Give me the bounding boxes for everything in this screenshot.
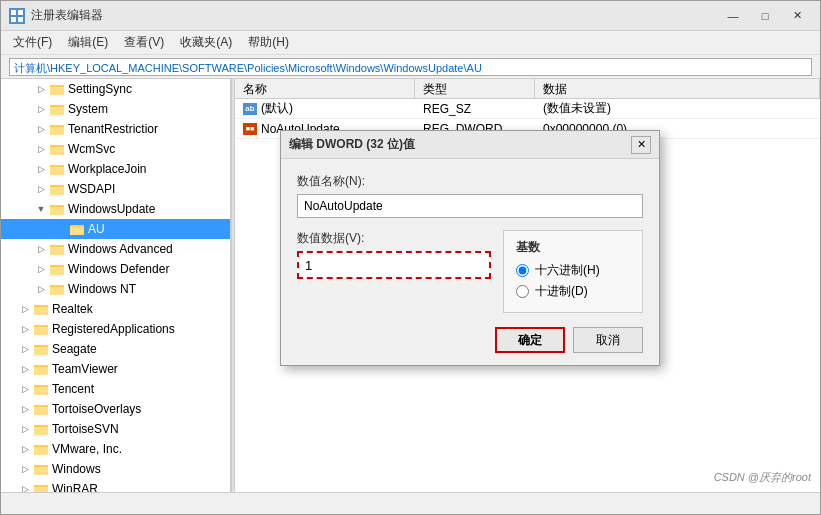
- folder-icon-seagate: [33, 342, 49, 356]
- expander-windows-defender: ▷: [33, 261, 49, 277]
- maximize-button[interactable]: □: [750, 6, 780, 26]
- tree-label-regapps: RegisteredApplications: [52, 322, 175, 336]
- radio-hex-input[interactable]: [516, 264, 529, 277]
- expander-regapps: ▷: [17, 321, 33, 337]
- address-path[interactable]: 计算机\HKEY_LOCAL_MACHINE\SOFTWARE\Policies…: [9, 58, 812, 76]
- folder-icon-windows-nt: [49, 282, 65, 296]
- table-row[interactable]: ab (默认) REG_SZ (数值未设置): [235, 99, 820, 119]
- edit-dword-dialog: 编辑 DWORD (32 位)值 ✕ 数值名称(N): 数值数据(V): 基数: [280, 130, 660, 366]
- name-input[interactable]: [297, 194, 643, 218]
- svg-rect-8: [50, 107, 64, 115]
- menu-favorites[interactable]: 收藏夹(A): [172, 32, 240, 53]
- svg-rect-24: [50, 267, 64, 275]
- tree-item-au[interactable]: AU: [1, 219, 230, 239]
- menu-edit[interactable]: 编辑(E): [60, 32, 116, 53]
- dialog-title-bar: 编辑 DWORD (32 位)值 ✕: [281, 131, 659, 159]
- watermark: CSDN @厌弃的root: [714, 470, 811, 485]
- col-header-type: 类型: [415, 79, 535, 98]
- tree-label-windows-advanced: Windows Advanced: [68, 242, 173, 256]
- expander-tortoiseoverlays: ▷: [17, 401, 33, 417]
- tree-label-windows: Windows: [52, 462, 101, 476]
- value-input[interactable]: [297, 251, 491, 279]
- folder-icon-settingsync: [49, 82, 65, 96]
- tree-scroll[interactable]: ▷ SettingSync ▷ System ▷: [1, 79, 230, 492]
- tree-item-wcmsvc[interactable]: ▷ WcmSvc: [1, 139, 230, 159]
- svg-rect-12: [50, 147, 64, 155]
- radio-dec[interactable]: 十进制(D): [516, 283, 630, 300]
- svg-rect-40: [34, 427, 48, 435]
- svg-rect-2: [11, 17, 16, 22]
- tree-item-winrar[interactable]: ▷ WinRAR: [1, 479, 230, 492]
- tree-item-windows-defender[interactable]: ▷ Windows Defender: [1, 259, 230, 279]
- tree-item-tortoisesvn[interactable]: ▷ TortoiseSVN: [1, 419, 230, 439]
- tree-item-seagate[interactable]: ▷ Seagate: [1, 339, 230, 359]
- svg-rect-34: [34, 367, 48, 375]
- tree-item-teamviewer[interactable]: ▷ TeamViewer: [1, 359, 230, 379]
- data-label: 数值数据(V):: [297, 230, 491, 247]
- tree-label-teamviewer: TeamViewer: [52, 362, 118, 376]
- svg-rect-18: [50, 207, 64, 215]
- col-header-data: 数据: [535, 79, 820, 98]
- minimize-button[interactable]: —: [718, 6, 748, 26]
- tree-item-system[interactable]: ▷ System: [1, 99, 230, 119]
- tree-item-regapps[interactable]: ▷ RegisteredApplications: [1, 319, 230, 339]
- svg-rect-0: [11, 10, 16, 15]
- expander-windows: ▷: [17, 461, 33, 477]
- expander-system: ▷: [33, 101, 49, 117]
- menu-help[interactable]: 帮助(H): [240, 32, 297, 53]
- tree-label-seagate: Seagate: [52, 342, 97, 356]
- base-group-title: 基数: [516, 239, 630, 256]
- tree-label-windows-nt: Windows NT: [68, 282, 136, 296]
- radio-dec-input[interactable]: [516, 285, 529, 298]
- dialog-close-button[interactable]: ✕: [631, 136, 651, 154]
- folder-icon-tencent: [33, 382, 49, 396]
- tree-item-tortoiseoverlays[interactable]: ▷ TortoiseOverlays: [1, 399, 230, 419]
- folder-icon-tortoisesvn: [33, 422, 49, 436]
- ok-button[interactable]: 确定: [495, 327, 565, 353]
- svg-rect-6: [50, 87, 64, 95]
- tree-label-wcmsvc: WcmSvc: [68, 142, 115, 156]
- tree-label-windowsupdate: WindowsUpdate: [68, 202, 155, 216]
- cancel-button[interactable]: 取消: [573, 327, 643, 353]
- folder-icon-wcmsvc: [49, 142, 65, 156]
- tree-item-windows-nt[interactable]: ▷ Windows NT: [1, 279, 230, 299]
- tree-label-wsdapi: WSDAPI: [68, 182, 115, 196]
- tree-item-windowsupdate[interactable]: ▼ WindowsUpdate: [1, 199, 230, 219]
- menu-file[interactable]: 文件(F): [5, 32, 60, 53]
- folder-icon-workplacejoin: [49, 162, 65, 176]
- tree-item-tencent[interactable]: ▷ Tencent: [1, 379, 230, 399]
- folder-icon-tenant: [49, 122, 65, 136]
- menu-view[interactable]: 查看(V): [116, 32, 172, 53]
- tree-label-winrar: WinRAR: [52, 482, 98, 492]
- title-bar-left: 注册表编辑器: [9, 7, 103, 24]
- tree-item-workplacejoin[interactable]: ▷ WorkplaceJoin: [1, 159, 230, 179]
- tree-item-tenant[interactable]: ▷ TenantRestrictior: [1, 119, 230, 139]
- tree-item-windows[interactable]: ▷ Windows: [1, 459, 230, 479]
- status-bar: [1, 492, 820, 514]
- tree-item-windows-advanced[interactable]: ▷ Windows Advanced: [1, 239, 230, 259]
- tree-item-realtek[interactable]: ▷ Realtek: [1, 299, 230, 319]
- tree-label-au: AU: [88, 222, 105, 236]
- reg-icon-ab: ab: [243, 103, 257, 115]
- svg-rect-42: [34, 447, 48, 455]
- expander-teamviewer: ▷: [17, 361, 33, 377]
- tree-item-settingsync[interactable]: ▷ SettingSync: [1, 79, 230, 99]
- close-button[interactable]: ✕: [782, 6, 812, 26]
- expander-windows-nt: ▷: [33, 281, 49, 297]
- expander-tenant: ▷: [33, 121, 49, 137]
- folder-icon-winrar: [33, 482, 49, 492]
- tree-item-wsdapi[interactable]: ▷ WSDAPI: [1, 179, 230, 199]
- base-col: 基数 十六进制(H) 十进制(D): [503, 230, 643, 313]
- svg-rect-16: [50, 187, 64, 195]
- radio-hex[interactable]: 十六进制(H): [516, 262, 630, 279]
- tree-panel: ▷ SettingSync ▷ System ▷: [1, 79, 231, 492]
- svg-rect-14: [50, 167, 64, 175]
- name-label: 数值名称(N):: [297, 173, 643, 190]
- reg-icon-dword: ■■: [243, 123, 257, 135]
- dialog-body: 数值名称(N): 数值数据(V): 基数 十六进制(H): [281, 159, 659, 365]
- tree-item-vmware[interactable]: ▷ VMware, Inc.: [1, 439, 230, 459]
- folder-icon-au: [69, 222, 85, 236]
- expander-au: [53, 221, 69, 237]
- menu-bar: 文件(F) 编辑(E) 查看(V) 收藏夹(A) 帮助(H): [1, 31, 820, 55]
- dialog-buttons: 确定 取消: [297, 327, 643, 353]
